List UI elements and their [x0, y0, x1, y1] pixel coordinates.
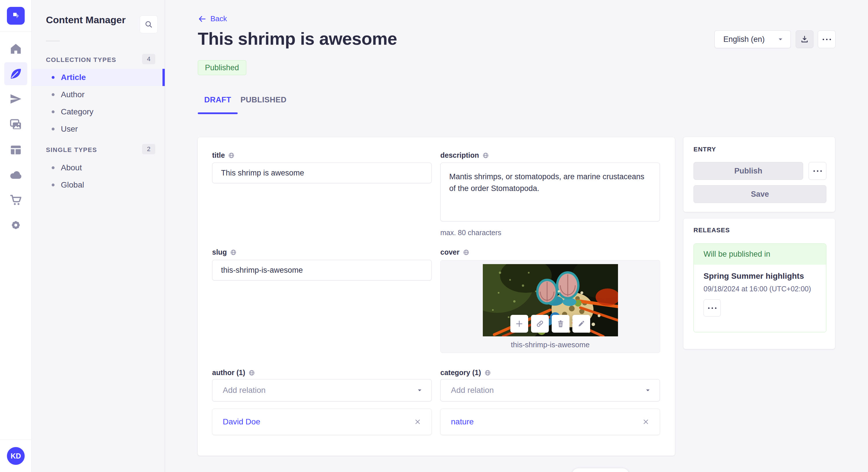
main-content: Back This shrimp is awesome Published En…: [165, 0, 868, 472]
globe-icon: [230, 249, 237, 256]
header-more-button[interactable]: [818, 30, 836, 48]
nav-settings[interactable]: [4, 214, 27, 237]
plus-icon: [515, 319, 524, 328]
release-name[interactable]: Spring Summer highlights: [704, 272, 816, 281]
collection-types-count: 4: [142, 54, 155, 64]
sidebar-item-about[interactable]: About: [32, 159, 165, 176]
bullet-icon: [52, 128, 55, 131]
pencil-icon: [577, 319, 586, 328]
nav-content-type-builder[interactable]: [4, 138, 27, 162]
cover-field-box: this-shrimp-is-awesome: [440, 260, 660, 353]
author-relation-select[interactable]: Add relation: [212, 379, 432, 401]
divider: [0, 32, 31, 32]
close-icon: [414, 418, 422, 426]
floating-pill[interactable]: [572, 468, 629, 472]
single-types-count: 2: [142, 144, 155, 154]
chevron-down-icon: [645, 387, 651, 394]
category-relation-item: nature: [440, 409, 660, 435]
ellipsis-icon: [813, 170, 822, 172]
author-relation-item: David Doe: [212, 409, 432, 435]
trash-icon: [556, 319, 565, 328]
export-button[interactable]: [796, 30, 813, 48]
sidebar-item-author[interactable]: Author: [32, 86, 165, 103]
author-relation-link[interactable]: David Doe: [223, 417, 412, 427]
releases-panel: RELEASES Will be published in Spring Sum…: [683, 218, 835, 349]
close-icon: [642, 418, 650, 426]
content-manager-sidebar: Content Manager COLLECTION TYPES 4 Artic…: [32, 0, 165, 472]
description-textarea[interactable]: Mantis shrimps, or stomatopods, are mari…: [440, 163, 660, 222]
globe-icon: [485, 370, 491, 376]
cover-edit-button[interactable]: [572, 315, 590, 333]
cover-add-button[interactable]: [510, 315, 528, 333]
title-input[interactable]: [212, 163, 432, 183]
arrow-left-icon: [198, 14, 206, 23]
bullet-icon: [52, 110, 55, 113]
back-link[interactable]: Back: [198, 14, 227, 23]
entry-more-button[interactable]: [809, 162, 826, 180]
bullet-icon: [52, 166, 55, 169]
sidebar-item-user[interactable]: User: [32, 121, 165, 138]
nav-marketplace[interactable]: [4, 189, 27, 211]
search-icon: [144, 20, 153, 29]
edit-form-card: title description Mantis shrimps, or sto…: [198, 137, 675, 456]
feather-icon: [9, 67, 22, 80]
section-single-types: SINGLE TYPES: [46, 146, 97, 154]
strapi-logo[interactable]: [7, 7, 25, 25]
field-label-cover: cover: [440, 248, 469, 256]
releases-panel-title: RELEASES: [693, 227, 730, 234]
category-relation-link[interactable]: nature: [451, 417, 641, 427]
locale-select[interactable]: English (en): [714, 30, 791, 48]
slug-input[interactable]: [212, 260, 432, 280]
nav-home[interactable]: [4, 37, 27, 60]
nav-content-manager[interactable]: [4, 62, 27, 85]
status-badge: Published: [198, 60, 246, 75]
home-icon: [9, 42, 22, 55]
cover-delete-button[interactable]: [552, 315, 569, 333]
images-icon: [9, 118, 22, 131]
ellipsis-icon: [708, 307, 716, 309]
release-status: Will be published in: [694, 244, 826, 265]
field-label-author: author (1): [212, 369, 255, 377]
field-label-description: description: [440, 151, 489, 160]
download-icon: [800, 35, 809, 43]
release-body: Spring Summer highlights 09/18/2024 at 1…: [694, 265, 826, 316]
nav-cloud[interactable]: [4, 164, 27, 187]
tab-draft[interactable]: DRAFT: [198, 94, 238, 106]
tab-published[interactable]: PUBLISHED: [242, 94, 285, 106]
nav-media-library[interactable]: [4, 113, 27, 136]
divider: [46, 41, 60, 41]
entry-panel-title: ENTRY: [693, 146, 716, 153]
cover-actions: [441, 315, 660, 333]
user-avatar[interactable]: KD: [7, 447, 25, 465]
layout-icon: [9, 143, 22, 157]
release-date: 09/18/2024 at 16:00 (UTC+02:00): [704, 285, 816, 293]
remove-author-button[interactable]: [412, 417, 423, 427]
chevron-down-icon: [777, 36, 784, 42]
gear-icon: [9, 218, 22, 232]
nav-deploy[interactable]: [4, 88, 27, 110]
release-more-button[interactable]: [704, 299, 721, 316]
sidebar-item-article[interactable]: Article: [32, 69, 165, 86]
publish-button[interactable]: Publish: [693, 162, 803, 180]
save-button[interactable]: Save: [693, 185, 826, 203]
entry-panel: ENTRY Publish Save: [683, 137, 835, 212]
globe-icon: [249, 370, 255, 376]
sidebar-item-global[interactable]: Global: [32, 176, 165, 194]
cover-caption: this-shrimp-is-awesome: [441, 340, 660, 349]
chevron-down-icon: [416, 387, 423, 394]
globe-icon: [463, 249, 469, 256]
category-relation-select[interactable]: Add relation: [440, 379, 660, 401]
field-label-slug: slug: [212, 248, 237, 256]
description-hint: max. 80 characters: [440, 229, 501, 237]
section-collection-types: COLLECTION TYPES: [46, 56, 116, 64]
remove-category-button[interactable]: [641, 417, 651, 427]
strapi-logo-icon: [10, 10, 22, 22]
divider: [0, 440, 31, 440]
globe-icon: [483, 152, 489, 159]
cover-copy-link-button[interactable]: [531, 315, 549, 333]
search-button[interactable]: [140, 15, 158, 33]
paper-plane-icon: [9, 92, 22, 105]
cart-icon: [9, 193, 22, 206]
cloud-icon: [9, 168, 22, 181]
sidebar-item-category[interactable]: Category: [32, 103, 165, 121]
